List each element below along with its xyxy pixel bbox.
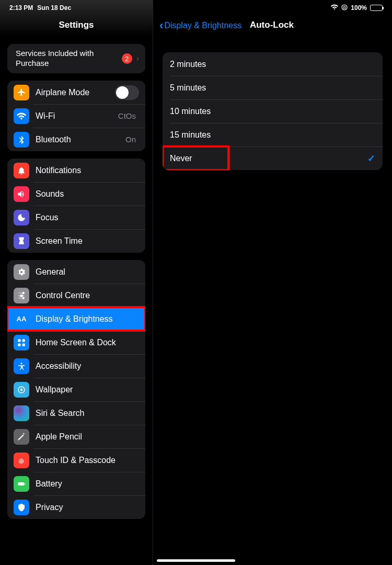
display-icon: AA [14, 311, 29, 327]
svg-rect-8 [18, 482, 24, 485]
sidebar-item-battery[interactable]: Battery [7, 472, 145, 495]
wallpaper-icon [14, 382, 29, 398]
sidebar-item-wifi[interactable]: Wi-Fi CtOs [7, 104, 145, 128]
option-label: 15 minutes [170, 130, 375, 140]
screentime-label: Screen Time [36, 236, 139, 246]
sidebar-item-control-centre[interactable]: Control Centre [7, 284, 145, 307]
option-label: Never [170, 154, 367, 163]
pencil-label: Apple Pencil [36, 432, 139, 442]
screentime-icon [14, 233, 29, 249]
notifications-label: Notifications [36, 166, 139, 175]
sidebar-item-airplane[interactable]: Airplane Mode [7, 81, 145, 104]
bluetooth-icon [14, 132, 29, 148]
autolock-options: 2 minutes 5 minutes 10 minutes 15 minute… [163, 52, 383, 170]
status-bar: 2:13 PM Sun 18 Dec 100% [0, 0, 392, 16]
focus-icon [14, 210, 29, 225]
wifi-icon [331, 4, 338, 12]
airplane-icon [14, 85, 29, 100]
sidebar-item-sounds[interactable]: Sounds [7, 182, 145, 206]
svg-point-0 [342, 5, 347, 10]
accessibility-label: Accessibility [36, 361, 139, 371]
option-never[interactable]: Never ✓ [163, 146, 383, 170]
back-button[interactable]: ‹ Display & Brightness [159, 21, 241, 30]
accessibility-icon [14, 358, 29, 374]
settings-sidebar: Settings Services Included with Purchase… [0, 0, 153, 565]
sidebar-item-siri[interactable]: Siri & Search [7, 401, 145, 425]
sidebar-item-notifications[interactable]: Notifications [7, 159, 145, 182]
option-label: 2 minutes [170, 60, 375, 69]
airplane-toggle[interactable] [115, 85, 139, 100]
sidebar-item-privacy[interactable]: Privacy [7, 495, 145, 519]
svg-point-7 [20, 388, 23, 391]
sidebar-item-focus[interactable]: Focus [7, 206, 145, 229]
back-label: Display & Brightness [164, 21, 241, 30]
sidebar-item-bluetooth[interactable]: Bluetooth On [7, 128, 145, 151]
orientation-lock-icon [341, 4, 348, 12]
svg-point-5 [21, 363, 22, 364]
control-centre-icon [14, 288, 29, 303]
sidebar-item-touchid[interactable]: Touch ID & Passcode [7, 448, 145, 472]
chevron-right-icon: › [136, 54, 139, 63]
home-indicator[interactable] [157, 559, 235, 562]
page-title: Auto-Lock [250, 20, 294, 30]
battery-label: Battery [36, 479, 139, 489]
svg-rect-1 [18, 339, 20, 342]
sidebar-item-home-screen[interactable]: Home Screen & Dock [7, 331, 145, 354]
focus-label: Focus [36, 213, 139, 222]
sidebar-title: Settings [59, 20, 94, 30]
svg-rect-2 [22, 339, 25, 342]
option-5-minutes[interactable]: 5 minutes [163, 76, 383, 99]
wallpaper-label: Wallpaper [36, 385, 139, 394]
battery-icon [370, 5, 383, 11]
control-centre-label: Control Centre [36, 291, 139, 300]
svg-rect-4 [22, 343, 25, 346]
svg-rect-3 [18, 343, 20, 346]
chevron-left-icon: ‹ [159, 21, 163, 30]
touchid-label: Touch ID & Passcode [36, 456, 139, 465]
bluetooth-label: Bluetooth [36, 135, 125, 144]
sounds-icon [14, 186, 29, 202]
privacy-label: Privacy [36, 503, 139, 512]
sidebar-item-wallpaper[interactable]: Wallpaper [7, 378, 145, 401]
display-label: Display & Brightness [36, 314, 139, 324]
wifi-label: Wi-Fi [36, 111, 118, 121]
general-label: General [36, 267, 139, 277]
sidebar-item-services[interactable]: Services Included with Purchase 2 › [7, 44, 145, 73]
airplane-label: Airplane Mode [36, 88, 115, 97]
wifi-settings-icon [14, 108, 29, 124]
touchid-icon [14, 453, 29, 468]
sidebar-item-display-brightness[interactable]: AA Display & Brightness [7, 307, 145, 331]
home-screen-icon [14, 335, 29, 351]
sounds-label: Sounds [36, 189, 139, 199]
privacy-icon [14, 500, 29, 515]
pencil-icon [14, 429, 29, 445]
sidebar-item-pencil[interactable]: Apple Pencil [7, 425, 145, 448]
notifications-icon [14, 163, 29, 178]
option-label: 10 minutes [170, 107, 375, 116]
services-label: Services Included with Purchase [16, 49, 122, 69]
services-badge: 2 [122, 53, 132, 64]
sidebar-item-general[interactable]: General [7, 260, 145, 284]
home-screen-label: Home Screen & Dock [36, 338, 139, 347]
sidebar-item-screentime[interactable]: Screen Time [7, 229, 145, 253]
svg-rect-9 [25, 483, 26, 484]
option-label: 5 minutes [170, 83, 375, 93]
status-date: Sun 18 Dec [37, 4, 71, 12]
bluetooth-value: On [125, 135, 136, 144]
option-10-minutes[interactable]: 10 minutes [163, 99, 383, 123]
sidebar-item-accessibility[interactable]: Accessibility [7, 354, 145, 378]
status-time: 2:13 PM [9, 4, 33, 12]
battery-settings-icon [14, 476, 29, 492]
option-15-minutes[interactable]: 15 minutes [163, 123, 383, 146]
wifi-value: CtOs [118, 111, 136, 120]
check-icon: ✓ [367, 153, 375, 164]
battery-pct: 100% [351, 4, 367, 12]
siri-icon [14, 405, 29, 421]
option-2-minutes[interactable]: 2 minutes [163, 52, 383, 76]
detail-pane: ‹ Display & Brightness Auto-Lock 2 minut… [153, 0, 392, 565]
general-icon [14, 264, 29, 280]
siri-label: Siri & Search [36, 409, 139, 418]
